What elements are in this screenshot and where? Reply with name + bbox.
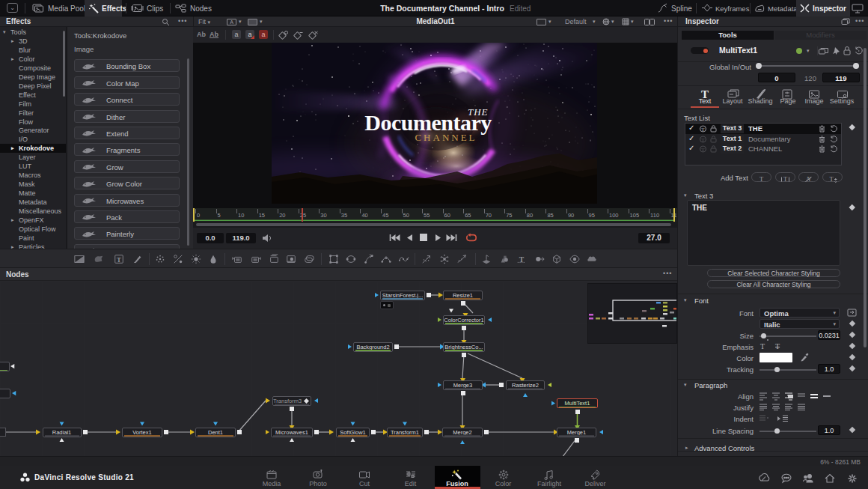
svg-text:T: T xyxy=(701,147,705,153)
svg-text:T: T xyxy=(701,127,705,133)
svg-text:T: T xyxy=(760,175,764,183)
svg-text:T: T xyxy=(701,136,705,142)
svg-text:CHANNEL: CHANNEL xyxy=(415,132,477,143)
svg-text:T: T xyxy=(117,256,121,264)
svg-text:T: T xyxy=(519,255,525,264)
svg-text:T: T xyxy=(783,175,787,183)
svg-text:T: T xyxy=(829,175,834,183)
